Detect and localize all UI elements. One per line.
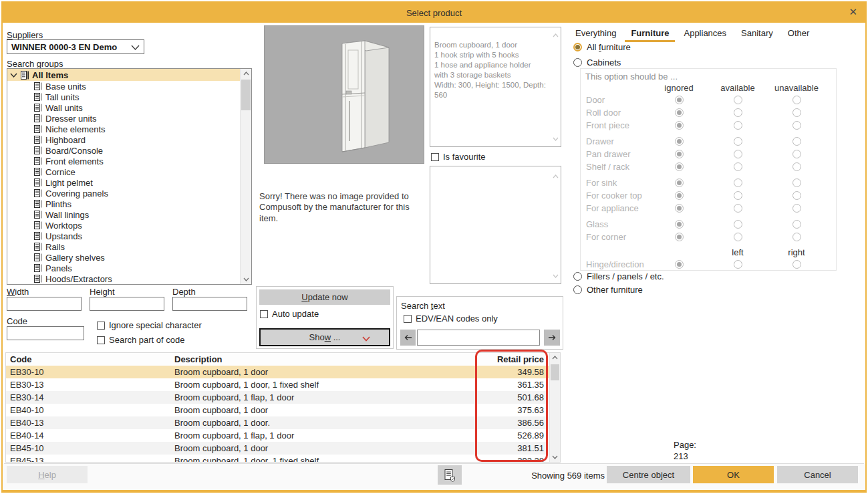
tab-sanitary[interactable]: Sanitary <box>735 27 779 42</box>
update-now-button[interactable]: Update now <box>259 289 390 305</box>
option-radio-drawer-unavailable[interactable] <box>792 137 801 146</box>
radio-icon[interactable] <box>573 43 582 51</box>
scroll-up-icon[interactable] <box>553 30 559 40</box>
expander-chevron-down-icon[interactable] <box>10 73 17 78</box>
option-radio-pan-drawer-available[interactable] <box>734 150 742 158</box>
width-input[interactable] <box>7 297 82 311</box>
option-radio-glass-available[interactable] <box>734 220 742 229</box>
scroll-down-icon[interactable] <box>550 455 560 459</box>
tree-item-tall-units[interactable]: Tall units <box>7 92 251 102</box>
option-radio-front-piece-available[interactable] <box>734 121 742 130</box>
result-row-eb40-10[interactable]: EB40-10Broom cupboard, 1 door375.63 <box>6 404 549 416</box>
scrollbar-thumb[interactable] <box>241 80 251 110</box>
prev-button[interactable] <box>400 330 416 346</box>
show-button[interactable]: Show ... <box>259 328 390 346</box>
tree-item-rails[interactable]: Rails <box>7 241 251 252</box>
option-radio-hinge-direction-available[interactable] <box>734 260 742 269</box>
suppliers-dropdown[interactable]: WINNER 0000-3 EN Demo <box>7 39 144 54</box>
option-radio-door-unavailable[interactable] <box>792 96 801 104</box>
option-radio-for-sink-ignored[interactable] <box>675 178 684 187</box>
result-row-eb30-14[interactable]: EB30-14Broom cupboard, 1 flap, 1 door501… <box>6 391 549 404</box>
report-button[interactable] <box>438 465 462 485</box>
result-row-eb40-13[interactable]: EB40-13Broom cupboard, 1 door.386.56 <box>6 416 549 429</box>
scroll-up-icon[interactable] <box>550 356 560 360</box>
tab-other[interactable]: Other <box>782 27 816 42</box>
option-radio-shelf-rack-ignored[interactable] <box>675 162 684 171</box>
scroll-down-icon[interactable] <box>553 134 559 144</box>
auto-update-checkbox[interactable]: Auto update <box>260 309 319 319</box>
height-input[interactable] <box>90 297 164 311</box>
tree-item-upstands[interactable]: Upstands <box>7 231 251 241</box>
result-row-eb45-10[interactable]: EB45-10Broom cupboard, 1 door381.51 <box>6 442 549 455</box>
option-radio-for-sink-available[interactable] <box>734 178 742 187</box>
scrollbar-thumb[interactable] <box>551 364 559 380</box>
tree-item-dresser-units[interactable]: Dresser units <box>7 113 251 124</box>
help-button[interactable]: Help <box>7 466 88 483</box>
depth-input[interactable] <box>172 297 247 311</box>
column-header-description[interactable]: Description <box>174 354 480 364</box>
checkbox-icon[interactable] <box>97 336 105 344</box>
option-radio-for-corner-ignored[interactable] <box>675 233 684 241</box>
option-radio-for-appliance-available[interactable] <box>734 204 742 213</box>
code-input[interactable] <box>7 326 84 340</box>
result-row-eb30-13[interactable]: EB30-13Broom cupboard, 1 door, 1 fixed s… <box>6 378 549 391</box>
description-box[interactable]: Broom cupboard, 1 door 1 hook strip with… <box>430 27 561 147</box>
tree-item-hoods-extractors[interactable]: Hoods/Extractors <box>7 273 251 284</box>
tab-furniture[interactable]: Furniture <box>625 27 675 42</box>
option-radio-for-corner-available[interactable] <box>734 233 742 241</box>
cancel-button[interactable]: Cancel <box>777 466 858 483</box>
radio-icon[interactable] <box>573 285 582 294</box>
option-radio-roll-door-available[interactable] <box>734 108 742 117</box>
option-radio-roll-door-ignored[interactable] <box>675 108 684 117</box>
checkbox-icon[interactable] <box>404 315 412 323</box>
is-favourite-checkbox[interactable]: Is favourite <box>431 152 486 162</box>
tab-everything[interactable]: Everything <box>569 27 622 42</box>
option-radio-roll-door-unavailable[interactable] <box>792 108 801 117</box>
checkbox-icon[interactable] <box>431 153 439 161</box>
tree-item-light-pelmet[interactable]: Light pelmet <box>7 177 251 188</box>
option-radio-for-appliance-unavailable[interactable] <box>792 204 801 213</box>
result-row-eb45-13[interactable]: EB45-13Broom cupboard, 1 door, 1 fixed s… <box>6 455 549 463</box>
scroll-down-icon[interactable] <box>241 277 251 281</box>
scroll-down-icon[interactable] <box>553 269 559 281</box>
column-header-code[interactable]: Code <box>6 354 174 364</box>
option-radio-for-corner-unavailable[interactable] <box>792 233 801 241</box>
option-radio-front-piece-unavailable[interactable] <box>792 121 801 130</box>
option-radio-door-ignored[interactable] <box>675 96 684 104</box>
centre-object-button[interactable]: Centre object <box>607 466 690 483</box>
option-radio-front-piece-ignored[interactable] <box>675 121 684 130</box>
tree-item-panels[interactable]: Panels <box>7 263 251 273</box>
tree-item-all-items[interactable]: All Items <box>7 69 251 81</box>
scroll-up-icon[interactable] <box>241 72 251 76</box>
tree-item-plinths[interactable]: Plinths <box>7 199 251 209</box>
tree-item-wall-linings[interactable]: Wall linings <box>7 209 251 220</box>
checkbox-icon[interactable] <box>260 310 268 318</box>
close-icon[interactable]: ✕ <box>849 6 857 18</box>
search-text-input[interactable] <box>417 330 540 346</box>
tree-item-highboard[interactable]: Highboard <box>7 134 251 145</box>
tree-item-worktops[interactable]: Worktops <box>7 220 251 231</box>
tree-scrollbar[interactable] <box>240 69 251 284</box>
tree-item-cornice[interactable]: Cornice <box>7 166 251 177</box>
option-radio-for-cooker-top-ignored[interactable] <box>675 191 684 200</box>
option-radio-drawer-ignored[interactable] <box>675 137 684 146</box>
all-furniture-radio[interactable]: All furniture <box>573 42 631 52</box>
fillers-radio[interactable]: Fillers / panels / etc. <box>573 271 664 281</box>
option-radio-glass-ignored[interactable] <box>675 220 684 229</box>
result-row-eb30-10[interactable]: EB30-10Broom cupboard, 1 door349.58 <box>6 366 549 378</box>
scroll-up-icon[interactable] <box>553 169 559 181</box>
tree-item-base-units[interactable]: Base units <box>7 81 251 92</box>
option-radio-for-cooker-top-unavailable[interactable] <box>792 191 801 200</box>
radio-icon[interactable] <box>573 58 582 67</box>
tree-item-wall-units[interactable]: Wall units <box>7 102 251 113</box>
tree-item-gallery-shelves[interactable]: Gallery shelves <box>7 252 251 263</box>
ignore-special-checkbox[interactable]: Ignore special character <box>97 320 202 330</box>
option-radio-hinge-direction-unavailable[interactable] <box>792 260 801 269</box>
option-radio-glass-unavailable[interactable] <box>792 220 801 229</box>
option-radio-door-available[interactable] <box>734 96 742 104</box>
option-radio-pan-drawer-ignored[interactable] <box>675 150 684 158</box>
search-part-checkbox[interactable]: Search part of code <box>97 335 184 345</box>
checkbox-icon[interactable] <box>97 322 105 330</box>
result-row-eb40-14[interactable]: EB40-14Broom cupboard, 1 flap, 1 door526… <box>6 429 549 442</box>
tree-item-niche-elements[interactable]: Niche elements <box>7 124 251 134</box>
